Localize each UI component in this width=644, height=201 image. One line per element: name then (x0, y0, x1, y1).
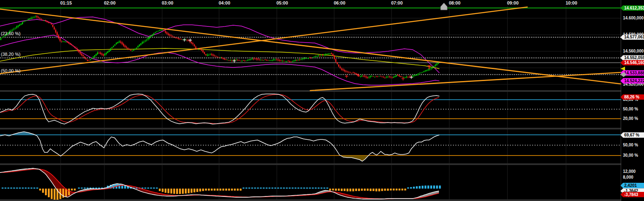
chart-canvas[interactable]: T (0, 0, 644, 201)
trading-chart[interactable]: T 01:1502:0003:0004:0005:0006:0007:0008:… (0, 0, 644, 201)
red-T-marker: T (427, 64, 431, 70)
up-arrow-marker[interactable] (441, 3, 447, 10)
